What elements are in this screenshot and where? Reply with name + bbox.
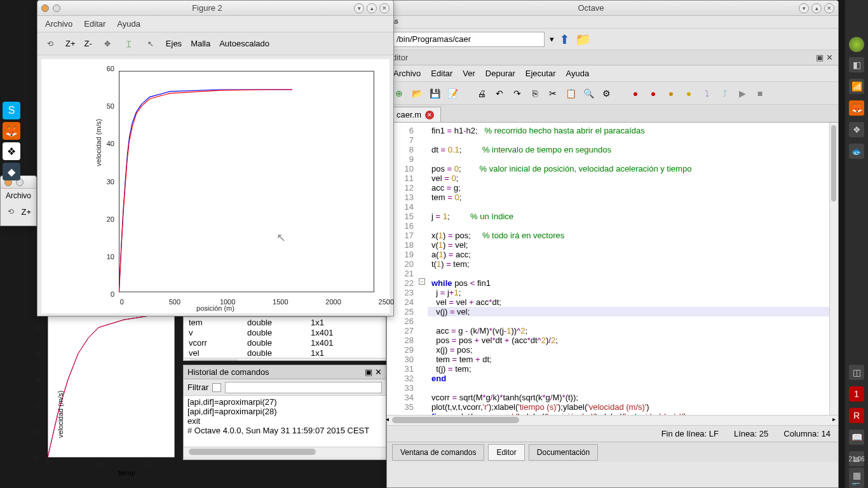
folder-icon[interactable]: 📁 [575, 32, 591, 47]
titlebar[interactable]: Figure 2 ▾ ▴ ✕ [37, 1, 393, 16]
dock-app-icon[interactable]: 📖 [849, 430, 864, 445]
path-input[interactable] [392, 32, 545, 47]
nav-fragment: as [387, 16, 838, 29]
table-row[interactable]: vdouble1x401 [184, 327, 386, 337]
app-icon[interactable]: ❖ [3, 142, 20, 160]
dock-app-icon[interactable]: ❖ [849, 122, 864, 137]
stop-icon[interactable]: ■ [753, 86, 767, 100]
close-tab-icon[interactable]: ✕ [425, 111, 434, 119]
copy-icon[interactable]: ⎘ [528, 86, 542, 100]
breakpoint-icon[interactable]: ● [682, 86, 696, 100]
scrollbar[interactable] [184, 358, 386, 361]
workspace-table[interactable]: temdouble1x1vdouble1x401vcorrdouble1x401… [183, 316, 386, 361]
clock[interactable]: 21:06 [848, 456, 864, 463]
show-desktop-icon[interactable]: ▦ [849, 468, 864, 483]
autoscale-button[interactable]: Autoescalado [219, 39, 269, 48]
open-icon[interactable]: 📂 [410, 86, 424, 100]
zoom-out-button[interactable]: Z- [85, 39, 92, 48]
minimize-button[interactable]: ▾ [354, 3, 364, 13]
step-icon[interactable]: ⤴ [717, 86, 731, 100]
menu-ayuda[interactable]: Ayuda [117, 19, 140, 29]
dock-icon[interactable]: ▣ [816, 53, 824, 62]
rotate-icon[interactable]: ⟲ [6, 205, 16, 218]
maximize-button[interactable]: ▴ [811, 3, 822, 13]
run-icon[interactable]: ▶ [735, 86, 749, 100]
cut-icon[interactable]: ✂ [546, 86, 560, 100]
dock-app-icon[interactable]: ◫ [849, 365, 864, 380]
print-icon[interactable]: 🖨 [475, 86, 489, 100]
undo-icon[interactable]: ↶ [492, 86, 506, 100]
menu-editar[interactable]: Editar [84, 19, 105, 29]
dock-app-icon[interactable]: 📶 [849, 79, 864, 94]
menu-archivo[interactable]: Archivo [393, 69, 421, 78]
fold-gutter[interactable]: − [419, 123, 428, 415]
close-icon[interactable]: ✕ [826, 53, 833, 62]
code-editor[interactable]: 6 7 8 9 10 11 12 13 14 15 16 17 18 19 20… [387, 123, 838, 415]
text-cursor-icon[interactable]: ⌶ [123, 37, 135, 50]
menu-editar[interactable]: Editar [431, 69, 452, 78]
dock-icon[interactable]: ▣ [365, 367, 372, 377]
find-icon[interactable]: 🔍 [581, 86, 595, 100]
menu-archivo[interactable]: Archivo [1, 189, 36, 203]
menu-ayuda[interactable]: Ayuda [566, 69, 590, 78]
dock-app-icon[interactable]: ◧ [849, 57, 864, 72]
pointer-icon[interactable]: ↖ [144, 37, 157, 50]
horizontal-scrollbar[interactable]: ▸◂ [387, 415, 838, 425]
gear-icon[interactable]: ⚙ [599, 86, 613, 100]
skype-icon[interactable]: S [3, 102, 20, 119]
zoom-in-button[interactable]: Z+ [65, 39, 76, 48]
grid-button[interactable]: Malla [191, 39, 210, 48]
menu-archivo[interactable]: Archivo [45, 19, 72, 29]
menu-ejecutar[interactable]: Ejecutar [526, 69, 556, 78]
filter-checkbox[interactable] [212, 383, 221, 392]
maximize-button[interactable]: ▴ [367, 3, 377, 13]
save-icon[interactable]: 💾 [428, 86, 442, 100]
dock-app-icon[interactable]: 1 [849, 386, 864, 402]
history-item[interactable]: [api,dif]=aproximarpi(28) [187, 407, 382, 416]
scrollbar[interactable] [184, 447, 386, 457]
pan-icon[interactable]: ✥ [101, 37, 114, 50]
titlebar[interactable]: Octave ▾ ▴ ✕ [387, 1, 838, 16]
history-item[interactable]: [api,dif]=aproximarpi(27) [187, 397, 382, 407]
axes-button[interactable]: Ejes [166, 39, 182, 48]
breakpoint-icon[interactable]: ● [664, 86, 678, 100]
dropdown-icon[interactable]: ▾ [550, 34, 554, 44]
app-icon[interactable]: ◆ [3, 163, 20, 180]
dock-app-icon[interactable]: R [849, 408, 864, 423]
close-button[interactable]: ✕ [379, 3, 390, 13]
redo-icon[interactable]: ↷ [510, 86, 524, 100]
tab-editor[interactable]: Editor [488, 444, 524, 461]
axis-ylabel: velocidad (m/s) [57, 391, 64, 438]
close-icon[interactable]: ✕ [375, 367, 382, 377]
table-row[interactable]: vcorrdouble1x401 [184, 337, 386, 348]
new-file-icon[interactable]: ⊕ [392, 86, 406, 100]
table-row[interactable]: veldouble1x1 [184, 348, 386, 358]
menu-depurar[interactable]: Depurar [485, 69, 515, 78]
table-row[interactable]: temdouble1x1 [184, 317, 386, 327]
rotate-icon[interactable]: ⟲ [44, 37, 57, 50]
dock-app-icon[interactable]: 🐟 [849, 144, 864, 159]
firefox-icon[interactable]: 🦊 [849, 100, 864, 116]
start-menu-icon[interactable] [849, 37, 864, 52]
breakpoint-icon[interactable]: ● [628, 86, 642, 100]
tab-documentation[interactable]: Documentación [529, 444, 598, 461]
code-content[interactable]: fin1 = h1-h2; % recorrido hecho hasta ab… [428, 123, 838, 415]
history-item[interactable]: exit [187, 416, 382, 426]
history-item[interactable]: # Octave 4.0.0, Sun May 31 11:59:07 2015… [187, 426, 382, 435]
vertical-scrollbar[interactable] [829, 123, 838, 415]
filter-input[interactable] [225, 382, 382, 393]
step-icon[interactable]: ⤵ [700, 86, 714, 100]
tab-command-window[interactable]: Ventana de comandos [392, 444, 484, 461]
save-as-icon[interactable]: 📝 [445, 86, 459, 100]
history-items[interactable]: [api,dif]=aproximarpi(27)[api,dif]=aprox… [184, 396, 386, 447]
paste-icon[interactable]: 📋 [564, 86, 578, 100]
menu-ver[interactable]: Ver [463, 69, 475, 78]
up-folder-icon[interactable]: ⬆ [559, 32, 570, 47]
file-tab[interactable]: caer.m ✕ [390, 107, 441, 122]
close-button[interactable]: ✕ [824, 3, 834, 13]
plot-area[interactable]: velocidad (m/s) posición (m) ↖ 010203040… [41, 59, 390, 313]
firefox-icon[interactable]: 🦊 [3, 122, 20, 140]
breakpoint-icon[interactable]: ● [646, 86, 660, 100]
zoom-in[interactable]: Z+ [21, 207, 31, 217]
minimize-button[interactable]: ▾ [799, 3, 809, 13]
